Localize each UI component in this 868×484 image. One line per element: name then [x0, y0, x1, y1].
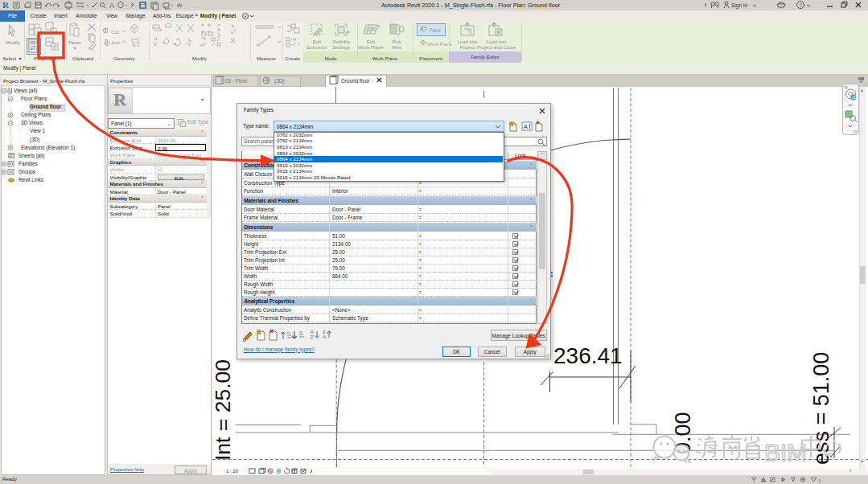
svg-text:Join: Join	[111, 39, 121, 45]
svg-text:Edit: Edit	[367, 39, 376, 44]
svg-text:Int = 25.00: Int = 25.00	[212, 359, 235, 461]
svg-text:03 - Floor: 03 - Floor	[225, 78, 248, 84]
svg-text:Cut: Cut	[111, 29, 119, 35]
svg-text:Z: Z	[311, 334, 314, 339]
svg-text::1: :1	[817, 478, 821, 483]
svg-text:BIM: BIM	[764, 439, 807, 466]
svg-text:Sign In: Sign In	[731, 2, 748, 9]
svg-text:2D: 2D	[852, 96, 858, 100]
svg-text:Project and Close: Project and Close	[477, 44, 516, 50]
svg-text:A: A	[524, 123, 529, 130]
svg-text:New: New	[392, 44, 402, 50]
svg-text:Extrusion: Extrusion	[306, 44, 327, 50]
svg-text:?: ?	[799, 2, 802, 8]
svg-text:Load into: Load into	[486, 39, 507, 44]
svg-text:Edit: Edit	[313, 39, 322, 44]
svg-text:R: R	[2, 0, 10, 10]
svg-text:Pick: Pick	[392, 39, 401, 44]
svg-text:Face: Face	[430, 27, 441, 33]
svg-text:Ground floor: Ground floor	[341, 78, 370, 84]
svg-text:(3D): (3D)	[274, 78, 284, 84]
svg-text:ess = 51.00: ess = 51.00	[809, 352, 833, 465]
svg-text:Settings: Settings	[332, 44, 350, 50]
svg-text:A: A	[323, 334, 326, 339]
svg-text:Visibility: Visibility	[332, 39, 351, 44]
svg-text:Work Plane: Work Plane	[358, 44, 384, 50]
svg-text:236.41: 236.41	[553, 343, 623, 368]
